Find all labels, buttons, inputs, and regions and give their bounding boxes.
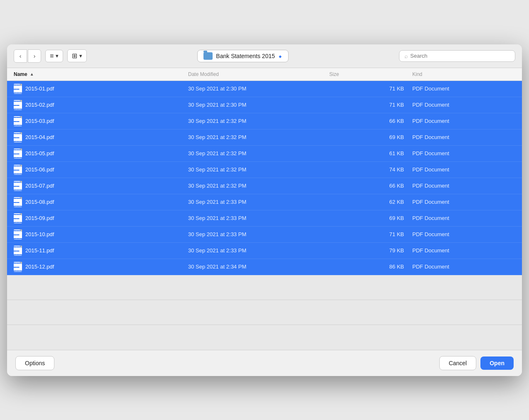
file-size: 79 KB xyxy=(329,247,412,254)
list-view-button[interactable]: ≡ ▾ xyxy=(45,50,63,62)
file-size: 71 KB xyxy=(329,85,412,92)
col-header-date[interactable]: Date Modified xyxy=(188,71,329,77)
file-name: 2015-05.pdf xyxy=(25,150,54,156)
bottom-bar: Options Cancel Open xyxy=(7,350,522,376)
file-name: 2015-02.pdf xyxy=(25,102,54,108)
file-kind: PDF Document xyxy=(412,85,515,92)
file-kind: PDF Document xyxy=(412,264,515,270)
file-name: 2015-04.pdf xyxy=(25,134,54,140)
file-icon: ▬▬▬▬▬▬▬▬ xyxy=(14,230,22,239)
file-date: 30 Sep 2021 at 2:32 PM xyxy=(188,118,329,124)
nav-buttons: ‹ › xyxy=(14,49,41,63)
file-size: 62 KB xyxy=(329,199,412,205)
toolbar: ‹ › ≡ ▾ ⊞ ▾ Bank Statements 2015 ⬥ ⌕ xyxy=(7,44,522,68)
file-kind: PDF Document xyxy=(412,247,515,254)
table-row[interactable]: ▬▬▬▬▬▬▬▬ 2015-08.pdf 30 Sep 2021 at 2:33… xyxy=(7,194,522,210)
file-icon: ▬▬▬▬▬▬▬▬ xyxy=(14,262,22,272)
file-icon: ▬▬▬▬▬▬▬▬ xyxy=(14,116,22,126)
bottom-right-buttons: Cancel Open xyxy=(439,356,514,370)
file-name: 2015-01.pdf xyxy=(25,85,54,92)
file-date: 30 Sep 2021 at 2:30 PM xyxy=(188,102,329,108)
sort-arrow-icon: ▲ xyxy=(30,72,34,76)
file-kind: PDF Document xyxy=(412,183,515,189)
file-icon: ▬▬▬▬▬▬▬▬ xyxy=(14,149,22,159)
file-size: 69 KB xyxy=(329,134,412,140)
file-kind: PDF Document xyxy=(412,150,515,156)
file-list: ▬▬▬▬▬▬▬▬ 2015-01.pdf 30 Sep 2021 at 2:30… xyxy=(7,81,522,275)
folder-breadcrumb[interactable]: Bank Statements 2015 ⬥ xyxy=(197,50,289,62)
empty-area-1 xyxy=(7,275,522,300)
table-row[interactable]: ▬▬▬▬▬▬▬▬ 2015-03.pdf 30 Sep 2021 at 2:32… xyxy=(7,113,522,129)
file-size: 74 KB xyxy=(329,166,412,173)
file-date: 30 Sep 2021 at 2:32 PM xyxy=(188,183,329,189)
search-input[interactable] xyxy=(410,53,510,59)
file-date: 30 Sep 2021 at 2:33 PM xyxy=(188,231,329,237)
file-icon: ▬▬▬▬▬▬▬▬ xyxy=(14,213,22,223)
file-size: 71 KB xyxy=(329,231,412,237)
col-header-name[interactable]: Name ▲ xyxy=(14,71,188,77)
grid-view-button[interactable]: ⊞ ▾ xyxy=(67,49,87,62)
col-header-size[interactable]: Size xyxy=(329,71,412,77)
table-row[interactable]: ▬▬▬▬▬▬▬▬ 2015-11.pdf 30 Sep 2021 at 2:33… xyxy=(7,243,522,259)
file-date: 30 Sep 2021 at 2:33 PM xyxy=(188,247,329,254)
file-icon: ▬▬▬▬▬▬▬▬ xyxy=(14,132,22,142)
list-view-chevron: ▾ xyxy=(56,53,59,59)
file-name: 2015-08.pdf xyxy=(25,199,54,205)
open-button[interactable]: Open xyxy=(480,357,514,370)
grid-view-chevron: ▾ xyxy=(79,53,82,59)
file-name: 2015-06.pdf xyxy=(25,166,54,173)
file-date: 30 Sep 2021 at 2:33 PM xyxy=(188,215,329,221)
cancel-button[interactable]: Cancel xyxy=(439,356,477,370)
file-size: 69 KB xyxy=(329,215,412,221)
table-row[interactable]: ▬▬▬▬▬▬▬▬ 2015-10.pdf 30 Sep 2021 at 2:33… xyxy=(7,227,522,243)
column-headers: Name ▲ Date Modified Size Kind xyxy=(7,68,522,81)
file-date: 30 Sep 2021 at 2:32 PM xyxy=(188,166,329,173)
folder-name-label: Bank Statements 2015 xyxy=(216,53,275,59)
folder-icon xyxy=(203,52,213,60)
table-row[interactable]: ▬▬▬▬▬▬▬▬ 2015-12.pdf 30 Sep 2021 at 2:34… xyxy=(7,259,522,275)
file-size: 86 KB xyxy=(329,264,412,270)
col-header-kind[interactable]: Kind xyxy=(412,71,515,77)
file-size: 61 KB xyxy=(329,150,412,156)
file-date: 30 Sep 2021 at 2:34 PM xyxy=(188,264,329,270)
file-date: 30 Sep 2021 at 2:32 PM xyxy=(188,134,329,140)
file-name: 2015-09.pdf xyxy=(25,215,54,221)
folder-chevron-icon: ⬥ xyxy=(278,52,282,60)
grid-icon: ⊞ xyxy=(72,52,77,60)
file-icon: ▬▬▬▬▬▬▬▬ xyxy=(14,246,22,256)
file-icon: ▬▬▬▬▬▬▬▬ xyxy=(14,84,22,94)
file-size: 66 KB xyxy=(329,118,412,124)
file-kind: PDF Document xyxy=(412,199,515,205)
back-button[interactable]: ‹ xyxy=(14,49,27,63)
file-name: 2015-07.pdf xyxy=(25,183,54,189)
search-icon: ⌕ xyxy=(404,53,408,59)
file-date: 30 Sep 2021 at 2:30 PM xyxy=(188,85,329,92)
file-kind: PDF Document xyxy=(412,231,515,237)
options-button[interactable]: Options xyxy=(15,356,54,370)
table-row[interactable]: ▬▬▬▬▬▬▬▬ 2015-09.pdf 30 Sep 2021 at 2:33… xyxy=(7,210,522,227)
file-icon: ▬▬▬▬▬▬▬▬ xyxy=(14,197,22,207)
file-icon: ▬▬▬▬▬▬▬▬ xyxy=(14,181,22,191)
file-kind: PDF Document xyxy=(412,102,515,108)
forward-button[interactable]: › xyxy=(28,49,41,63)
file-name: 2015-10.pdf xyxy=(25,231,54,237)
file-size: 71 KB xyxy=(329,102,412,108)
file-name: 2015-03.pdf xyxy=(25,118,54,124)
table-row[interactable]: ▬▬▬▬▬▬▬▬ 2015-02.pdf 30 Sep 2021 at 2:30… xyxy=(7,97,522,113)
table-row[interactable]: ▬▬▬▬▬▬▬▬ 2015-01.pdf 30 Sep 2021 at 2:30… xyxy=(7,81,522,97)
table-row[interactable]: ▬▬▬▬▬▬▬▬ 2015-04.pdf 30 Sep 2021 at 2:32… xyxy=(7,129,522,146)
file-date: 30 Sep 2021 at 2:32 PM xyxy=(188,150,329,156)
search-box[interactable]: ⌕ xyxy=(399,50,515,62)
file-name: 2015-11.pdf xyxy=(25,247,54,254)
file-icon: ▬▬▬▬▬▬▬▬ xyxy=(14,165,22,175)
file-name: 2015-12.pdf xyxy=(25,264,54,270)
file-open-dialog: ‹ › ≡ ▾ ⊞ ▾ Bank Statements 2015 ⬥ ⌕ Nam… xyxy=(7,44,522,376)
empty-area-3 xyxy=(7,325,522,350)
table-row[interactable]: ▬▬▬▬▬▬▬▬ 2015-06.pdf 30 Sep 2021 at 2:32… xyxy=(7,162,522,178)
table-row[interactable]: ▬▬▬▬▬▬▬▬ 2015-05.pdf 30 Sep 2021 at 2:32… xyxy=(7,146,522,162)
file-kind: PDF Document xyxy=(412,118,515,124)
table-row[interactable]: ▬▬▬▬▬▬▬▬ 2015-07.pdf 30 Sep 2021 at 2:32… xyxy=(7,178,522,194)
file-kind: PDF Document xyxy=(412,166,515,173)
list-icon: ≡ xyxy=(50,52,54,60)
file-kind: PDF Document xyxy=(412,134,515,140)
